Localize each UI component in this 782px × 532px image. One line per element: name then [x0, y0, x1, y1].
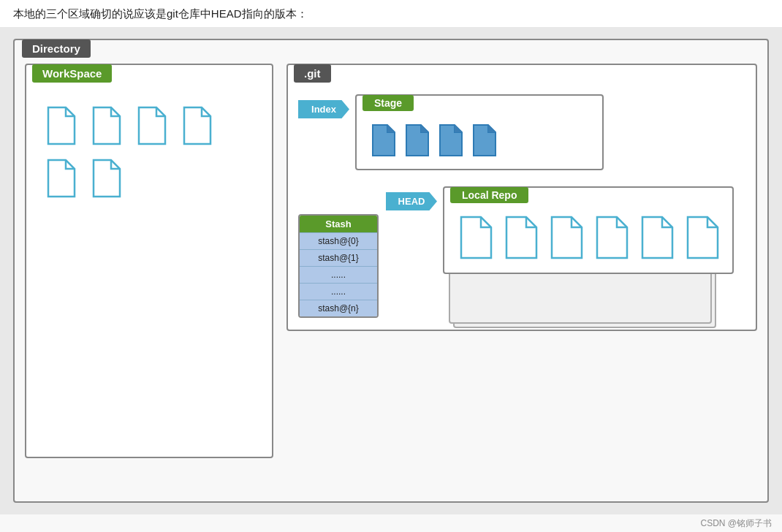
stage-file-3: [437, 123, 463, 157]
stage-file-4: [471, 123, 497, 157]
stage-files: [365, 121, 593, 160]
head-arrow: HEAD: [386, 192, 437, 210]
stash-row-0: stash@{0}: [300, 232, 377, 249]
workspace-file-3: [134, 106, 167, 145]
repo-file-3: [548, 216, 583, 259]
repo-file-4: [593, 216, 629, 259]
git-box: .git Index Stage: [286, 64, 757, 331]
local-repo-box: Local Repo: [443, 186, 734, 274]
stage-box: Stage: [355, 94, 604, 170]
index-arrow: Index: [298, 100, 349, 118]
workspace-box: WorkSpace: [25, 64, 273, 458]
stash-box: Stash stash@{0} stash@{1} ...... ...... …: [298, 214, 379, 318]
repo-section: Stash stash@{0} stash@{1} ...... ...... …: [298, 186, 745, 318]
svg-marker-0: [387, 125, 395, 132]
stash-row-1: stash@{1}: [300, 249, 377, 266]
svg-marker-3: [488, 125, 496, 132]
repo-file-6: [684, 216, 719, 259]
svg-marker-2: [455, 125, 462, 132]
local-repo-label: Local Repo: [450, 187, 528, 203]
git-label: .git: [294, 64, 331, 83]
stash-header: Stash: [300, 216, 377, 232]
directory-label: Directory: [22, 39, 91, 58]
workspace-label: WorkSpace: [32, 64, 112, 83]
repo-file-1: [458, 216, 493, 259]
workspace-file-1: [44, 106, 76, 145]
stage-file-1: [370, 123, 396, 157]
directory-inner: WorkSpace: [25, 64, 757, 458]
workspace-files: [37, 96, 262, 208]
local-repo-stack: Local Repo: [443, 186, 734, 274]
main-area: Directory WorkSpace: [0, 27, 782, 514]
workspace-file-6: [89, 159, 121, 198]
workspace-file-2: [89, 106, 121, 145]
svg-marker-1: [421, 125, 428, 132]
git-area: .git Index Stage: [286, 64, 757, 458]
stash-row-dots1: ......: [300, 266, 377, 283]
stage-section: Index Stage: [298, 94, 745, 170]
watermark: CSDN @铭师子书: [0, 514, 782, 532]
stash-row-dots2: ......: [300, 283, 377, 300]
stage-file-2: [403, 123, 430, 157]
stash-row-n: stash@{n}: [300, 300, 377, 316]
workspace-file-5: [44, 159, 76, 198]
repo-files: [453, 213, 724, 262]
workspace-file-4: [180, 106, 212, 145]
stage-label: Stage: [362, 95, 414, 111]
repo-file-5: [639, 216, 674, 259]
repo-file-2: [503, 216, 538, 259]
header-text: 本地的三个区域确切的说应该是git仓库中HEAD指向的版本：: [0, 0, 782, 27]
directory-box: Directory WorkSpace: [13, 39, 769, 503]
